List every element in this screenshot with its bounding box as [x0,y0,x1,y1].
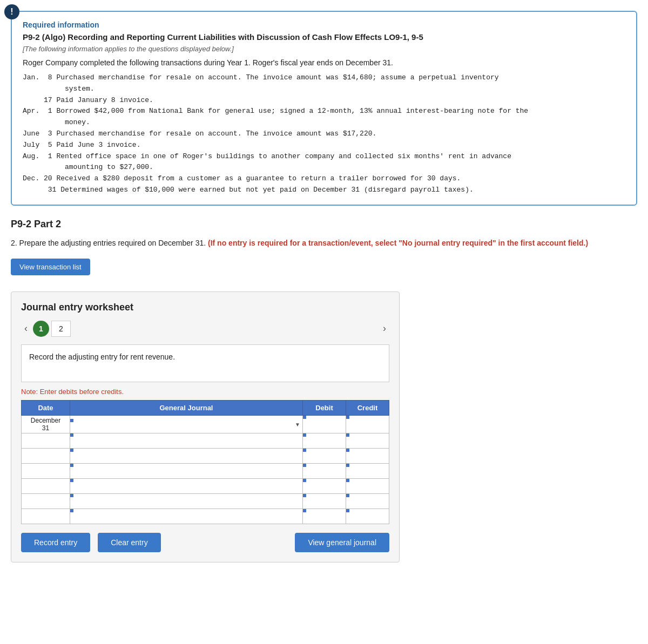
journal-table: Date General Journal Debit Credit Decemb… [21,400,389,524]
clear-entry-button[interactable]: Clear entry [98,533,160,552]
debit-input-4[interactable] [303,464,346,478]
entry-description-box: Record the adjusting entry for rent reve… [21,344,389,382]
debit-cell-7 [303,509,346,524]
date-cell-3 [22,448,70,463]
credit-input-4[interactable] [346,464,389,478]
tab-2-inactive[interactable]: 2 [51,321,71,337]
debit-cell-4 [303,463,346,478]
record-entry-button[interactable]: Record entry [21,533,90,552]
debit-input-1[interactable] [303,416,346,433]
journal-cell-5 [70,478,303,493]
debit-cell-3 [303,448,346,463]
date-cell-1: December31 [22,415,70,433]
instruction-highlight: (If no entry is required for a transacti… [208,239,588,247]
table-row [22,433,389,448]
instruction: 2. Prepare the adjusting entries require… [11,238,637,249]
table-row [22,509,389,524]
table-row [22,448,389,463]
journal-cell-1: ▼ [70,415,303,433]
instruction-prefix: 2. Prepare the adjusting entries require… [11,239,208,247]
journal-input-6[interactable] [70,494,302,509]
problem-intro: Roger Company completed the following tr… [23,58,625,67]
credit-input-6[interactable] [346,494,389,509]
credit-cell-6 [346,493,389,509]
debit-cell-2 [303,433,346,448]
journal-cell-6 [70,493,303,509]
col-date-header: Date [22,400,70,415]
date-cell-2 [22,433,70,448]
info-icon: ! [4,4,19,19]
date-cell-7 [22,509,70,524]
tabs-row: ‹ 1 2 › [21,321,389,337]
worksheet-title: Journal entry worksheet [21,302,389,313]
credit-cell-1 [346,415,389,433]
journal-input-1[interactable] [70,419,302,429]
debit-input-5[interactable] [303,479,346,493]
journal-cell-3 [70,448,303,463]
date-cell-6 [22,493,70,509]
problem-subtitle: [The following information applies to th… [23,45,625,53]
journal-input-7[interactable] [70,509,302,524]
tab-prev-button[interactable]: ‹ [21,322,31,335]
journal-input-5[interactable] [70,479,302,493]
journal-cell-2 [70,433,303,448]
table-row [22,463,389,478]
credit-cell-5 [346,478,389,493]
credit-input-7[interactable] [346,509,389,524]
journal-input-3[interactable] [70,449,302,463]
debit-input-6[interactable] [303,494,346,509]
view-transaction-list-button[interactable]: View transaction list [11,259,90,275]
credit-cell-3 [346,448,389,463]
date-cell-4 [22,463,70,478]
journal-input-2[interactable] [70,433,302,448]
note-text: Note: Enter debits before credits. [21,388,389,396]
debit-cell-6 [303,493,346,509]
part-heading: P9-2 Part 2 [11,219,637,230]
bottom-buttons: Record entry Clear entry View general jo… [21,533,389,552]
journal-input-4[interactable] [70,464,302,478]
transactions-text: Jan. 8 Purchased merchandise for resale … [23,72,625,196]
table-row [22,493,389,509]
col-credit-header: Credit [346,400,389,415]
debit-input-3[interactable] [303,449,346,463]
journal-cell-7 [70,509,303,524]
debit-input-7[interactable] [303,509,346,524]
debit-cell-5 [303,478,346,493]
worksheet-box: Journal entry worksheet ‹ 1 2 › Record t… [11,292,400,562]
credit-cell-4 [346,463,389,478]
journal-cell-4 [70,463,303,478]
tab-next-button[interactable]: › [380,322,389,335]
debit-input-2[interactable] [303,433,346,448]
entry-description-text: Record the adjusting entry for rent reve… [29,352,175,361]
credit-cell-7 [346,509,389,524]
tab-1-active[interactable]: 1 [33,321,49,337]
credit-input-3[interactable] [346,449,389,463]
required-info-label: Required information [23,21,625,29]
col-debit-header: Debit [303,400,346,415]
credit-input-2[interactable] [346,433,389,448]
credit-input-1[interactable] [346,416,389,433]
credit-input-5[interactable] [346,479,389,493]
table-row [22,478,389,493]
col-journal-header: General Journal [70,400,303,415]
date-cell-5 [22,478,70,493]
problem-title: P9-2 (Algo) Recording and Reporting Curr… [23,32,625,42]
view-general-journal-button[interactable]: View general journal [295,533,389,552]
table-row: December31 ▼ [22,415,389,433]
credit-cell-2 [346,433,389,448]
debit-cell-1 [303,415,346,433]
info-box: ! Required information P9-2 (Algo) Recor… [11,11,637,206]
